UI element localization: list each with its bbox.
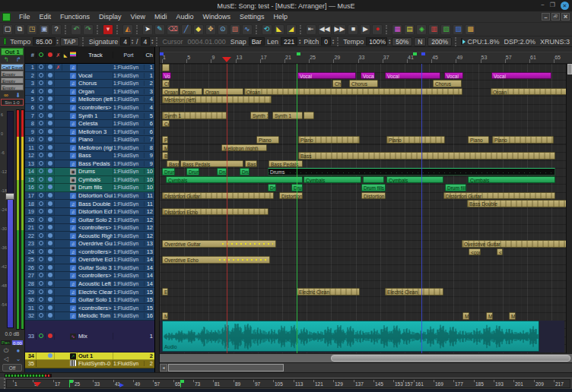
track-row[interactable]: 4♫Organ1:FluidSyn3 — [25, 88, 154, 96]
track-name[interactable]: <controllers> — [78, 104, 113, 111]
menu-audio[interactable]: Audio — [171, 13, 198, 21]
track-port[interactable]: 1:FluidSyn — [113, 193, 145, 198]
track-monitor-icon[interactable] — [46, 168, 55, 175]
overview-grip[interactable] — [0, 378, 5, 389]
header-port[interactable]: Port — [113, 52, 145, 58]
track-arm-icon[interactable] — [37, 184, 46, 191]
whats-this-button[interactable]: ? — [51, 24, 62, 35]
zoom-50-button[interactable]: 50% — [392, 37, 412, 46]
track-arm-icon[interactable] — [37, 217, 46, 223]
part-overdrive-echo[interactable]: Overdrive Echo — [162, 256, 270, 264]
arranger-window-button[interactable]: ▧ — [440, 24, 451, 35]
part-piano[interactable]: Piano — [386, 136, 445, 144]
track-port[interactable]: 1:FluidSyn — [113, 305, 145, 311]
header-monitor-icon[interactable] — [46, 52, 55, 58]
title-bar[interactable]: MusE: Song: test - [MusE: Arranger] — Mu… — [0, 0, 572, 11]
track-monitor-icon[interactable] — [46, 248, 55, 255]
track-arm-icon[interactable] — [37, 192, 46, 199]
mixer-b-window-button[interactable]: ▥ — [428, 24, 439, 35]
hscroll-left-arrow[interactable]: ◂ — [160, 364, 167, 371]
pitch-spinner[interactable]: ▲▼ — [332, 39, 335, 45]
track-mute-icon[interactable]: ✗ — [55, 64, 62, 71]
track-name[interactable]: <controllers> — [78, 224, 113, 231]
part-cymbals[interactable]: Cymbals — [468, 176, 555, 184]
track-name[interactable]: Electric Clean — [78, 289, 113, 296]
stop-button[interactable]: ■ — [348, 24, 358, 35]
track-arm-icon[interactable] — [37, 208, 46, 215]
strip-track-name[interactable]: Out 1 — [1, 48, 24, 55]
strip-prev-icon[interactable]: ↰ — [4, 56, 9, 63]
fader-handle[interactable] — [5, 193, 14, 200]
header-number[interactable]: # — [25, 52, 37, 58]
track-channel[interactable]: 2 — [145, 352, 154, 359]
track-row[interactable]: 9♫Mellotron 31:FluidSyn6 — [25, 128, 154, 136]
part-distortion[interactable]: Distortion — [279, 192, 303, 200]
track-monitor-icon[interactable] — [46, 208, 55, 215]
track-monitor-icon[interactable] — [46, 176, 55, 183]
track-arm-icon[interactable] — [37, 333, 46, 340]
marker-flag-green[interactable] — [413, 52, 417, 55]
track-name[interactable]: Bass — [78, 152, 113, 159]
track-port[interactable]: 1:FluidSyn — [113, 209, 145, 214]
track-row[interactable]: 26♫Guitar Solo 31:FluidSyn14 — [25, 264, 154, 273]
track-channel[interactable]: 12 — [145, 224, 154, 231]
track-port[interactable]: 1:FluidSyn — [113, 313, 145, 318]
part-piano[interactable]: Piano — [492, 136, 554, 144]
track-monitor-icon[interactable] — [46, 112, 55, 119]
track-monitor-icon[interactable] — [46, 264, 55, 271]
part-organ[interactable]: Organ — [162, 88, 179, 96]
track-channel[interactable]: 13 — [145, 240, 154, 247]
volume-fader[interactable] — [7, 111, 14, 328]
canvas-vertical-scrollbar[interactable] — [566, 64, 572, 353]
track-channel[interactable]: 12 — [145, 232, 154, 239]
track-row[interactable]: 8♫Celesta1:FluidSyn6 — [25, 120, 154, 128]
canvas-horizontal-scrollbar[interactable]: ◂ — [160, 362, 572, 372]
marker-flag-green[interactable] — [297, 52, 300, 55]
track-arm-icon[interactable] — [37, 136, 46, 143]
track-port[interactable]: 1:FluidSyn — [113, 81, 145, 86]
track-name[interactable]: Distortion Guitar — [78, 192, 113, 199]
track-name[interactable]: Mellotron (left) — [78, 96, 113, 103]
solo-icon[interactable]: ● — [12, 347, 24, 354]
zoom-normal-button[interactable]: N — [414, 37, 426, 46]
open-file-button[interactable]: ◳ — [27, 24, 37, 35]
menu-midi[interactable]: Midi — [150, 13, 172, 21]
track-row[interactable]: 31♫<controllers>1:FluidSyn15 — [25, 304, 154, 312]
redo-button[interactable]: ↷ — [83, 24, 94, 35]
track-arm-icon[interactable] — [37, 144, 46, 151]
track-monitor-icon[interactable] — [46, 96, 55, 103]
part-synth-1[interactable]: Synth 1 — [272, 112, 303, 119]
track-channel[interactable]: 14 — [145, 272, 154, 279]
track-arm-icon[interactable] — [37, 305, 46, 311]
track-port[interactable]: 1:FluidSyn — [113, 257, 145, 262]
track-name[interactable]: Bass Pedals — [78, 160, 113, 167]
marker-window-button[interactable]: ◈ — [416, 24, 427, 35]
part-overdrive-guitar[interactable]: Overdrive Guitar — [462, 240, 572, 248]
track-name[interactable]: Vocal — [78, 72, 113, 79]
track-arm-icon[interactable] — [37, 152, 46, 159]
part-piano[interactable]: Piano — [468, 136, 489, 144]
track-channel[interactable]: 15 — [145, 289, 154, 296]
canvas-zoom-scrollbar[interactable] — [160, 353, 572, 362]
track-port[interactable]: 1:FluidSyn — [113, 121, 145, 126]
track-arm-icon[interactable] — [37, 128, 46, 135]
tempo-scale-input[interactable]: 100% — [366, 37, 387, 46]
track-monitor-icon[interactable] — [46, 136, 55, 143]
part-ce[interactable]: Ce — [162, 120, 170, 128]
pan-tool-button[interactable]: ✥ — [205, 24, 216, 35]
track-row[interactable]: 13♫Bass Pedals1:FluidSyn9 — [25, 160, 154, 169]
track-name[interactable]: Mellotron 3 — [78, 128, 113, 135]
track-name[interactable]: Chorus — [78, 80, 113, 87]
track-channel[interactable]: 4 — [145, 104, 154, 111]
track-row[interactable]: 29♫Electric Clean1:FluidSyn15 — [25, 288, 154, 296]
track-name[interactable]: Piano — [78, 136, 113, 143]
effect-rack-slot[interactable]: Empty — [1, 71, 24, 77]
part-audio[interactable]: Audio — [162, 321, 539, 352]
track-name[interactable]: Guitar Solo 2 — [78, 217, 113, 223]
menu-view[interactable]: View — [126, 13, 150, 21]
header-mute-icon[interactable]: ✗ — [55, 52, 62, 58]
track-arm-icon[interactable] — [37, 120, 46, 127]
track-name[interactable]: Drums — [78, 168, 113, 175]
part-distortion-echo[interactable]: Distortion Echo — [162, 208, 269, 216]
part-distortion[interactable]: Distortion — [361, 192, 386, 200]
